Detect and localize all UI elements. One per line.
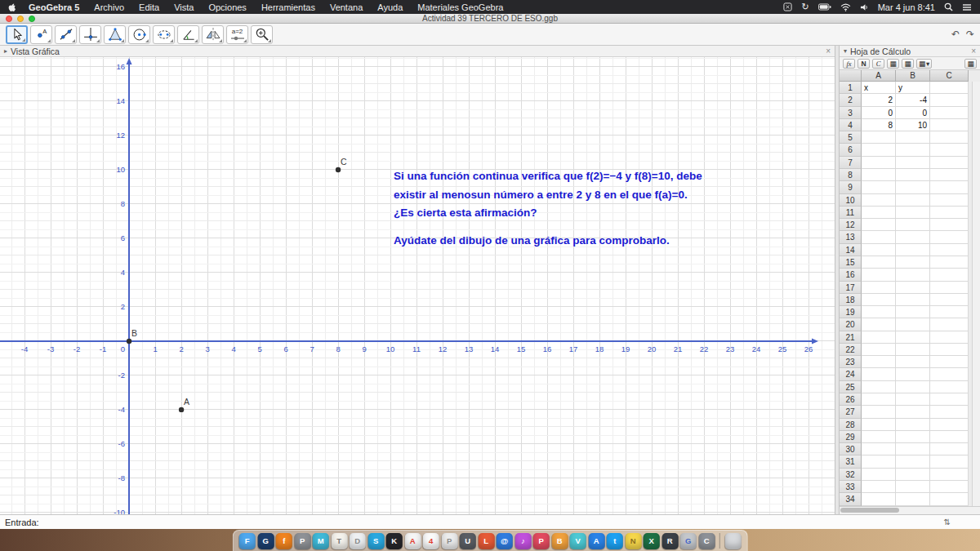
row-header-33[interactable]: 33 [840,481,862,493]
cell-B22[interactable] [896,344,930,356]
grid-options-button[interactable]: ▦ [887,59,899,69]
row-header-12[interactable]: 12 [840,219,862,231]
cell-A3[interactable]: 0 [862,107,896,119]
menu-ventana[interactable]: Ventana [323,2,370,12]
disclosure-triangle-icon[interactable]: ▸ [4,47,7,55]
dock-icon-music[interactable]: ♪ [514,533,531,549]
row-header-24[interactable]: 24 [840,368,862,380]
cell-A1[interactable]: x [862,82,896,94]
dock-icon-calendar[interactable]: 4 [423,533,439,549]
coordinate-plane[interactable]: -4-3-2-112345678910111213141516171819202… [0,57,835,514]
cell-C31[interactable] [930,455,969,468]
cell-C23[interactable] [930,356,969,368]
cell-A31[interactable] [862,455,896,468]
cell-C32[interactable] [930,469,969,481]
notification-center-icon[interactable] [962,3,972,11]
dock-icon-maps[interactable]: M [313,533,329,549]
cell-A28[interactable] [862,419,896,431]
cell-B15[interactable] [896,256,930,269]
tool-slider-button[interactable]: a=2 [226,25,248,44]
dock-icon-notes[interactable]: N [625,533,641,549]
zoom-window-button[interactable] [29,16,35,22]
row-header-14[interactable]: 14 [840,244,862,256]
close-graphics-view-button[interactable]: × [826,47,831,56]
tool-reflect-button[interactable] [202,25,224,44]
cell-B19[interactable] [896,306,930,318]
cell-C5[interactable] [930,131,969,144]
dock-icon-calculator[interactable]: C [698,533,715,549]
menu-opciones[interactable]: Opciones [201,2,253,12]
cell-C30[interactable] [930,443,969,455]
row-header-34[interactable]: 34 [840,493,862,505]
cell-B21[interactable] [896,331,930,344]
menu-materiales-geogebra[interactable]: Materiales GeoGebra [410,2,510,12]
graph-canvas[interactable]: -4-3-2-112345678910111213141516171819202… [0,57,835,514]
column-header-C[interactable]: C [930,70,969,82]
cell-C21[interactable] [930,331,969,344]
cell-B32[interactable] [896,469,930,481]
cell-A20[interactable] [862,318,896,331]
row-header-17[interactable]: 17 [840,282,862,294]
cell-A15[interactable] [862,256,896,269]
cell-B28[interactable] [896,419,930,431]
menu-edita[interactable]: Edita [131,2,167,12]
cell-B7[interactable] [896,157,930,169]
cell-B12[interactable] [896,219,930,231]
row-header-21[interactable]: 21 [840,331,862,344]
cell-style-dropdown[interactable]: ▦▾ [916,59,932,69]
cell-A32[interactable] [862,469,896,481]
minimize-window-button[interactable] [17,16,24,22]
tool-polygon-button[interactable] [104,25,126,44]
input-source-icon[interactable] [783,2,792,11]
cell-A9[interactable] [862,181,896,193]
cell-A10[interactable] [862,194,896,207]
dock-icon-documents[interactable]: D [350,533,366,549]
cell-B16[interactable] [896,269,930,281]
redo-button[interactable]: ↷ [966,29,974,40]
dock-icon-drawing-tool[interactable]: P [294,533,310,549]
dock-icon-ink-dark[interactable]: K [386,533,403,549]
row-header-15[interactable]: 15 [840,256,862,269]
cell-A25[interactable] [862,381,896,393]
cell-A24[interactable] [862,368,896,380]
cell-C8[interactable] [930,169,969,181]
cell-C11[interactable] [930,207,969,219]
cell-B5[interactable] [896,131,930,144]
cell-B13[interactable] [896,231,930,243]
cell-A23[interactable] [862,356,896,368]
cell-C12[interactable] [930,219,969,231]
menu-ayuda[interactable]: Ayuda [370,2,410,12]
cell-B23[interactable] [896,356,930,368]
row-header-22[interactable]: 22 [840,344,862,356]
tool-line-button[interactable] [55,25,77,44]
cell-C6[interactable] [930,144,969,156]
tool-angle-button[interactable] [177,25,199,44]
cell-B4[interactable]: 10 [896,119,930,131]
dock-icon-excel[interactable]: X [644,533,660,549]
cell-B24[interactable] [896,368,930,380]
row-header-13[interactable]: 13 [840,231,862,243]
point-A[interactable] [179,407,184,412]
cell-A11[interactable] [862,207,896,219]
cell-A18[interactable] [862,294,896,306]
sync-icon[interactable]: ↻ [801,2,808,11]
cell-C13[interactable] [930,231,969,243]
cell-C18[interactable] [930,294,969,306]
row-header-32[interactable]: 32 [840,469,862,481]
cell-B31[interactable] [896,455,930,468]
cell-A6[interactable] [862,144,896,156]
cell-A14[interactable] [862,244,896,256]
row-header-26[interactable]: 26 [840,393,862,406]
cell-B27[interactable] [896,406,930,418]
dock-icon-appstore[interactable]: A [588,533,604,549]
dock-icon-automator-dark[interactable]: R [662,533,678,549]
cell-C29[interactable] [930,431,969,443]
cell-C34[interactable] [930,493,969,505]
tool-perpendicular-button[interactable] [79,25,101,44]
cell-A27[interactable] [862,406,896,418]
column-header-A[interactable]: A [862,70,896,82]
dock-icon-podcasts[interactable]: P [533,533,550,549]
cell-A4[interactable]: 8 [862,119,896,131]
cell-C25[interactable] [930,381,969,393]
row-header-3[interactable]: 3 [840,107,862,119]
